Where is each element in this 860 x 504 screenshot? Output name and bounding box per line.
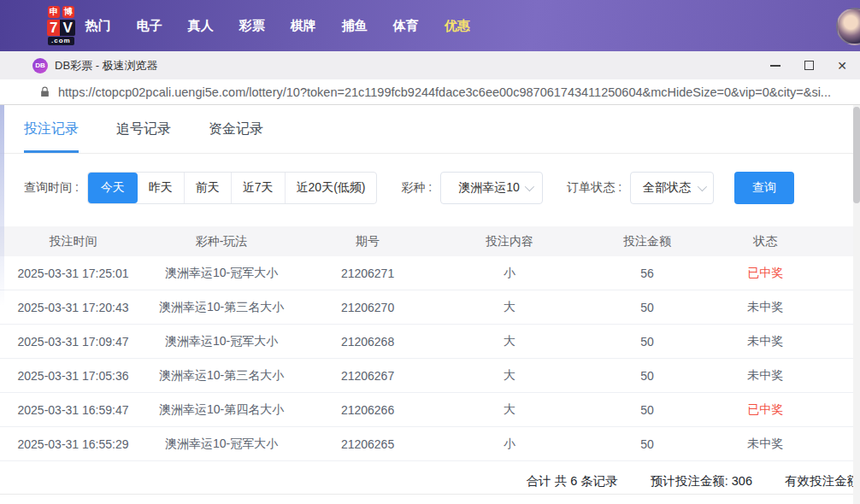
- cell-status: 已中奖: [714, 402, 817, 418]
- cell-bet-amount: 50: [580, 437, 714, 451]
- cell-period: 21206267: [297, 369, 439, 383]
- minimize-icon: [770, 65, 780, 67]
- cell-bet-amount: 50: [580, 369, 714, 383]
- cell-play-type: 澳洲幸运10-冠军大小: [146, 437, 297, 452]
- cell-play-type: 澳洲幸运10-第三名大小: [146, 300, 297, 315]
- summary-bar: 合计 共 6 条记录 预计投注金额: 306 有效投注金额: [0, 468, 860, 494]
- left-edge-strip: [0, 105, 4, 306]
- cell-period: 21206271: [297, 267, 439, 280]
- url-text[interactable]: https://ctopcp02pcali.uengi5e.com/lotter…: [58, 85, 831, 99]
- nav-item-sports[interactable]: 体育: [393, 18, 419, 34]
- records-tabs: 投注记录 追号记录 资金记录: [0, 105, 860, 154]
- cell-bet-content: 大: [439, 402, 580, 418]
- logo-com: .com: [48, 37, 74, 45]
- nav-item-lottery[interactable]: 彩票: [239, 18, 265, 34]
- table-row: 2025-03-31 17:09:47 澳洲幸运10-冠军大小 21206268…: [0, 325, 860, 359]
- logo-badge-2: 博: [62, 6, 74, 18]
- window-title: DB彩票 - 极速浏览器: [55, 58, 158, 73]
- nav-item-chess[interactable]: 棋牌: [291, 18, 316, 34]
- nav-item-slots[interactable]: 电子: [137, 18, 162, 34]
- cell-status: 未中奖: [714, 300, 817, 315]
- logo-brand: 7 V: [47, 20, 75, 36]
- summary-total-records: 合计 共 6 条记录: [527, 473, 618, 489]
- browser-app-icon: DB: [32, 58, 48, 73]
- order-status-select[interactable]: 全部状态: [630, 172, 714, 204]
- scrollbar-track[interactable]: [853, 105, 860, 504]
- cell-status: 未中奖: [714, 437, 817, 452]
- cell-play-type: 澳洲幸运10-冠军大小: [146, 266, 297, 281]
- time-option-yesterday[interactable]: 昨天: [138, 173, 184, 203]
- minimize-button[interactable]: [769, 60, 781, 72]
- table-row: 2025-03-31 16:59:47 澳洲幸运10-第四名大小 2120626…: [0, 393, 860, 427]
- browser-titlebar: DB DB彩票 - 极速浏览器 ✕: [0, 51, 860, 79]
- cell-bet-time: 2025-03-31 16:55:29: [0, 437, 146, 451]
- table-row: 2025-03-31 17:20:43 澳洲幸运10-第三名大小 2120627…: [0, 290, 860, 325]
- bottom-divider: [0, 494, 860, 495]
- search-button[interactable]: 查询: [734, 172, 794, 204]
- cell-period: 21206270: [297, 301, 439, 314]
- site-logo[interactable]: 申 博 7 V .com: [47, 6, 75, 45]
- header-period: 期号: [297, 234, 439, 249]
- bet-records-table: 投注时间 彩种-玩法 期号 投注内容 投注金额 状态 2025-03-31 17…: [0, 226, 860, 461]
- cell-status: 未中奖: [714, 368, 817, 384]
- time-option-today[interactable]: 今天: [88, 173, 138, 203]
- tab-chase-records[interactable]: 追号记录: [116, 105, 171, 153]
- summary-valid-amount-label: 有效投注金额: [785, 473, 859, 489]
- time-option-last-7-days[interactable]: 近7天: [231, 173, 285, 203]
- logo-vee: V: [60, 20, 74, 36]
- order-status-value: 全部状态: [643, 180, 691, 196]
- time-option-day-before[interactable]: 前天: [184, 173, 231, 203]
- header-bet-content: 投注内容: [439, 234, 580, 249]
- table-row: 2025-03-31 17:05:36 澳洲幸运10-第三名大小 2120626…: [0, 359, 860, 393]
- nav-item-live[interactable]: 真人: [188, 18, 214, 34]
- nav-item-hot[interactable]: 热门: [85, 18, 111, 34]
- cell-status: 已中奖: [714, 266, 817, 281]
- cell-bet-time: 2025-03-31 17:25:01: [0, 267, 146, 280]
- header-bet-time: 投注时间: [0, 234, 146, 249]
- lock-icon: [39, 86, 50, 97]
- nav-item-fishing[interactable]: 捕鱼: [342, 18, 368, 34]
- lottery-type-value: 澳洲幸运10: [458, 180, 520, 196]
- maximize-button[interactable]: [803, 60, 815, 72]
- logo-badges: 申 博: [48, 6, 74, 18]
- chevron-down-icon: [525, 182, 534, 191]
- cell-bet-time: 2025-03-31 17:05:36: [0, 369, 146, 383]
- lottery-type-label: 彩种 :: [401, 180, 432, 196]
- cell-status: 未中奖: [714, 334, 817, 349]
- cell-bet-time: 2025-03-31 17:09:47: [0, 335, 146, 349]
- lottery-records-page: 投注记录 追号记录 资金记录 查询时间 : 今天 昨天 前天 近7天 近20天(…: [0, 105, 860, 504]
- table-row: 2025-03-31 16:55:29 澳洲幸运10-冠军大小 21206265…: [0, 427, 860, 461]
- nav-item-promo[interactable]: 优惠: [445, 18, 470, 34]
- cell-bet-amount: 50: [580, 403, 714, 417]
- time-option-last-20-days[interactable]: 近20天(低频): [285, 173, 377, 203]
- cell-bet-content: 大: [439, 334, 580, 349]
- header-bet-amount: 投注金额: [580, 234, 714, 249]
- user-avatar[interactable]: [836, 8, 860, 45]
- cell-bet-amount: 50: [580, 301, 714, 314]
- header-play-type: 彩种-玩法: [146, 234, 297, 249]
- close-icon: ✕: [837, 60, 847, 72]
- cell-bet-amount: 50: [580, 335, 714, 349]
- summary-expected-amount: 预计投注金额: 306: [651, 473, 752, 489]
- logo-seven: 7: [47, 20, 60, 36]
- site-main-nav: 热门 电子 真人 彩票 棋牌 捕鱼 体育 优惠: [85, 18, 470, 34]
- tab-fund-records[interactable]: 资金记录: [209, 105, 263, 153]
- time-filter-label: 查询时间 :: [24, 180, 79, 196]
- order-status-label: 订单状态 :: [567, 180, 621, 196]
- cell-bet-content: 大: [439, 300, 580, 315]
- scrollbar-thumb[interactable]: [853, 107, 860, 203]
- maximize-icon: [804, 61, 814, 70]
- logo-badge-1: 申: [48, 6, 60, 18]
- cell-play-type: 澳洲幸运10-第四名大小: [146, 402, 297, 418]
- chevron-down-icon: [698, 182, 707, 191]
- cell-bet-amount: 56: [580, 267, 714, 280]
- cell-bet-time: 2025-03-31 16:59:47: [0, 403, 146, 417]
- tab-bet-records[interactable]: 投注记录: [24, 105, 79, 153]
- lottery-type-select[interactable]: 澳洲幸运10: [440, 172, 543, 204]
- cell-bet-content: 小: [439, 437, 580, 452]
- cell-period: 21206266: [297, 403, 439, 417]
- header-status: 状态: [714, 234, 817, 249]
- close-button[interactable]: ✕: [836, 60, 848, 72]
- filter-bar: 查询时间 : 今天 昨天 前天 近7天 近20天(低频) 彩种 : 澳洲幸运10…: [0, 171, 860, 205]
- page: 申 博 7 V .com 热门 电子 真人 彩票 棋牌 捕鱼 体育 优惠 DB …: [0, 0, 860, 504]
